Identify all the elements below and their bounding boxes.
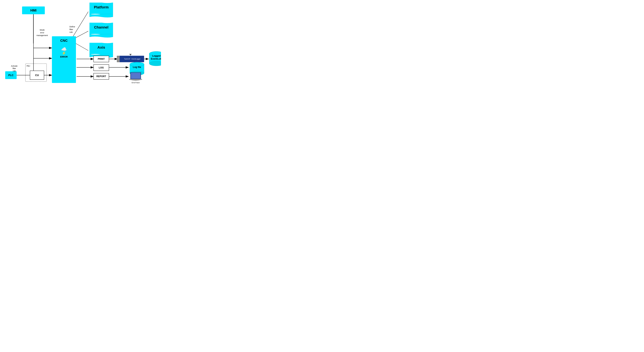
- svg-point-23: [149, 61, 161, 66]
- tc-side-bar: TcCom: [117, 56, 120, 62]
- channel-flag: Channel: [88, 23, 114, 40]
- axis-label: Axis: [88, 45, 114, 49]
- twincat-label: TwinCAT - EventLogger: [124, 58, 140, 60]
- cu-label: CU: [35, 74, 39, 77]
- print-label: PRINT: [98, 58, 105, 60]
- cnc-label: CNC: [60, 39, 68, 43]
- hmi-block: HMI: [22, 6, 45, 14]
- print-box: PRINT: [94, 56, 109, 62]
- plc-label: PLC: [8, 74, 14, 77]
- platform-flag: Platform: [88, 2, 114, 20]
- laptop-area: ErrorTrace: [128, 72, 143, 84]
- cnc-block: CNC ☁️ ⚡ ERROR: [52, 36, 76, 83]
- report-label: REPORT: [96, 75, 106, 78]
- error-area: ☁️ ⚡ ERROR: [60, 46, 68, 58]
- log-label: LOG: [99, 66, 104, 69]
- svg-rect-33: [130, 79, 142, 80]
- activate-filter-rule-label: Activate filter rule: [5, 65, 23, 72]
- plc-block: PLC: [5, 71, 16, 79]
- channel-label: Channel: [88, 25, 114, 29]
- error-label: ERROR: [60, 56, 68, 58]
- mode-error-management-label: Mode error management: [34, 28, 50, 37]
- logged-events-cylinder: Logged Events.db: [148, 51, 161, 67]
- logged-events-label: Logged Events.db: [148, 54, 161, 60]
- cu-box: CU: [30, 71, 44, 80]
- report-box: REPORT: [94, 73, 109, 80]
- twincat-bar: TcCom TwinCAT - EventLogger: [117, 56, 144, 62]
- log-file-label: Log file: [128, 66, 146, 69]
- svg-rect-32: [131, 73, 140, 79]
- errortrace-label: ErrorTrace: [132, 82, 140, 84]
- hli-label: HLI: [26, 65, 30, 67]
- platform-label: Platform: [88, 5, 114, 9]
- hmi-label: HMI: [30, 8, 36, 12]
- lightning-icon: ⚡: [62, 51, 66, 55]
- define-filter-rule-label: Define filter rule: [70, 25, 84, 33]
- log-box: LOG: [94, 64, 109, 71]
- diagram: HMI Mode error management CNC ☁️ ⚡ ERROR…: [0, 0, 161, 88]
